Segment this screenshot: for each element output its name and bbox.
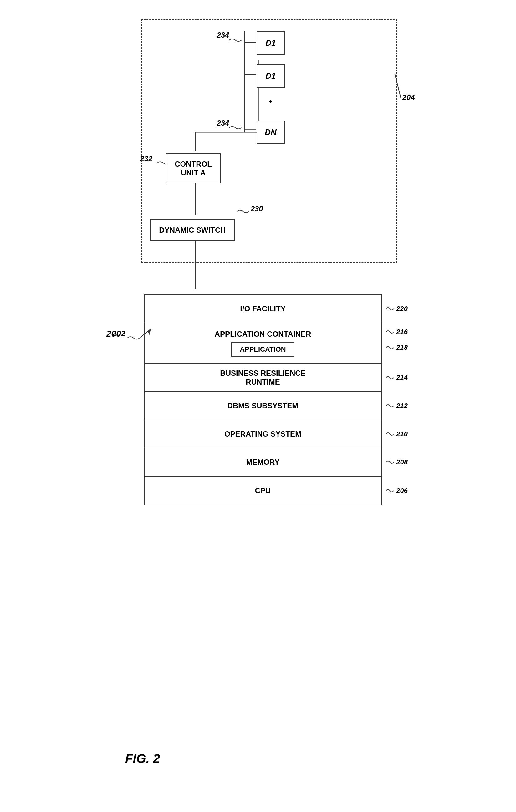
application-inner-box: APPLICATION: [231, 342, 294, 357]
cpu-ref: 206: [386, 487, 408, 495]
dots-separator: •: [269, 96, 272, 107]
cpu-layer: CPU 206: [145, 476, 381, 505]
dynamic-switch-box: DYNAMIC SWITCH: [150, 219, 235, 241]
io-facility-layer: I/O FACILITY 220: [145, 295, 381, 323]
memory-ref: 208: [386, 458, 408, 466]
application-ref: 218: [386, 344, 408, 352]
control-unit-box: CONTROL UNIT A: [166, 153, 221, 183]
operating-system-ref: 210: [386, 430, 408, 438]
ref-200-label: 200: [107, 329, 121, 339]
device-dn: DN: [256, 121, 285, 144]
device-d1-top: D1: [256, 31, 285, 55]
memory-layer: MEMORY 208: [145, 448, 381, 476]
app-container-ref: 216: [386, 328, 408, 336]
svg-text:204: 204: [402, 93, 415, 102]
business-resilience-layer: BUSINESS RESILIENCE RUNTIME 214: [145, 364, 381, 392]
figure-label: FIG. 2: [125, 752, 160, 766]
operating-system-layer: OPERATING SYSTEM 210: [145, 420, 381, 448]
dbms-layer: DBMS SUBSYSTEM 212: [145, 392, 381, 420]
system-stack: I/O FACILITY 220 APPLICATION CONTAINER A…: [144, 294, 382, 505]
app-container-layer: APPLICATION CONTAINER APPLICATION 218 21…: [145, 323, 381, 364]
business-resilience-ref: 214: [386, 374, 408, 382]
io-facility-ref: 220: [386, 305, 408, 313]
app-container-title: APPLICATION CONTAINER: [215, 330, 311, 339]
dbms-ref: 212: [386, 402, 408, 410]
device-d1-mid: D1: [256, 64, 285, 88]
